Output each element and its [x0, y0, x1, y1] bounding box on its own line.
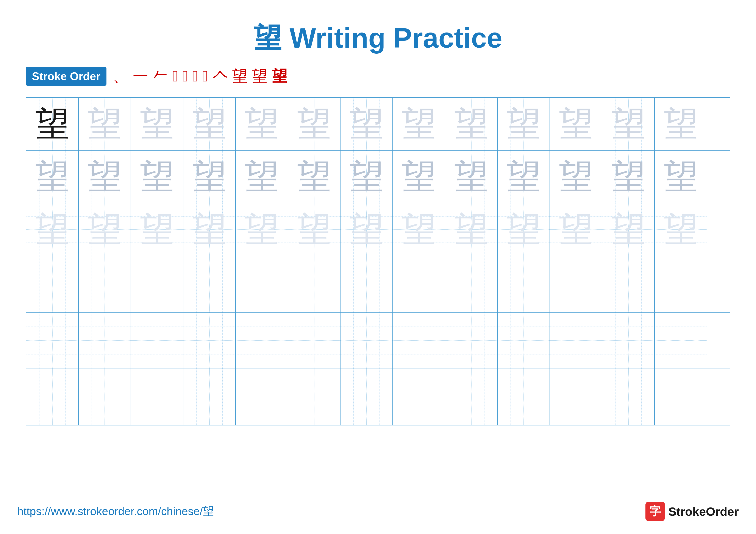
cell-4-13	[655, 256, 707, 312]
char-guide: 望	[506, 160, 541, 194]
cell-4-4	[183, 256, 236, 312]
cell-6-10	[498, 369, 550, 425]
char-guide: 望	[245, 107, 279, 141]
cell-1-3: 望	[131, 98, 183, 150]
logo-text: StrokeOrder	[668, 504, 739, 519]
cell-2-6: 望	[288, 151, 340, 203]
cell-5-5	[236, 313, 288, 369]
stroke-8: 𠆢	[212, 67, 228, 85]
cell-6-13	[655, 369, 707, 425]
cell-1-4: 望	[183, 98, 236, 150]
cell-5-7	[340, 313, 393, 369]
cell-5-1	[26, 313, 79, 369]
grid-row-3: 望 望 望 望 望	[26, 203, 730, 256]
grid-row-1: 望 望 望 望 望	[26, 98, 730, 151]
cell-2-9: 望	[445, 151, 498, 203]
logo-icon: 字	[645, 502, 665, 521]
cell-4-9	[445, 256, 498, 312]
cell-4-2	[79, 256, 131, 312]
cell-1-2: 望	[79, 98, 131, 150]
cell-3-12: 望	[602, 203, 655, 256]
char-guide: 望	[192, 213, 227, 247]
cell-4-3	[131, 256, 183, 312]
cell-3-3: 望	[131, 203, 183, 256]
stroke-sequence: 、 一 𠂉 𠃌 𠅙 𠄙 𠅗 𠆢 望 望 望	[113, 66, 287, 87]
cell-1-8: 望	[393, 98, 445, 150]
title-char: 望	[254, 22, 282, 54]
char-guide: 望	[245, 213, 279, 247]
char-guide: 望	[140, 213, 174, 247]
stroke-order-badge: Stroke Order	[26, 67, 106, 86]
cell-3-2: 望	[79, 203, 131, 256]
char-guide: 望	[349, 107, 384, 141]
char-guide: 望	[140, 107, 174, 141]
cell-6-12	[602, 369, 655, 425]
cell-4-6	[288, 256, 340, 312]
cell-6-11	[550, 369, 602, 425]
stroke-4: 𠃌	[173, 67, 178, 85]
cell-4-10	[498, 256, 550, 312]
char-dark: 望	[35, 107, 69, 141]
cell-5-4	[183, 313, 236, 369]
cell-6-7	[340, 369, 393, 425]
cell-4-8	[393, 256, 445, 312]
cell-3-5: 望	[236, 203, 288, 256]
cell-1-9: 望	[445, 98, 498, 150]
cell-2-13: 望	[655, 151, 707, 203]
stroke-7: 𠅗	[202, 67, 208, 85]
cell-2-8: 望	[393, 151, 445, 203]
cell-3-13: 望	[655, 203, 707, 256]
char-guide: 望	[245, 160, 279, 194]
page-title: 望 Writing Practice	[254, 22, 502, 54]
char-guide: 望	[349, 160, 384, 194]
char-guide: 望	[664, 213, 698, 247]
char-guide: 望	[192, 107, 227, 141]
footer-logo: 字 StrokeOrder	[645, 502, 739, 521]
cell-5-11	[550, 313, 602, 369]
char-guide: 望	[611, 160, 646, 194]
cell-3-6: 望	[288, 203, 340, 256]
char-guide: 望	[559, 213, 593, 247]
cell-6-4	[183, 369, 236, 425]
stroke-2: 一	[133, 66, 148, 87]
cell-1-12: 望	[602, 98, 655, 150]
cell-2-11: 望	[550, 151, 602, 203]
cell-2-1: 望	[26, 151, 79, 203]
practice-grid: 望 望 望 望 望	[26, 97, 730, 425]
cell-6-6	[288, 369, 340, 425]
footer-url: https://www.strokeorder.com/chinese/望	[17, 504, 214, 519]
cell-5-8	[393, 313, 445, 369]
page-container: 望 Writing Practice Stroke Order 、 一 𠂉 𠃌 …	[0, 0, 756, 534]
cell-4-12	[602, 256, 655, 312]
char-guide: 望	[506, 213, 541, 247]
char-guide: 望	[559, 107, 593, 141]
char-guide: 望	[664, 107, 698, 141]
cell-1-13: 望	[655, 98, 707, 150]
char-guide: 望	[35, 213, 69, 247]
cell-5-10	[498, 313, 550, 369]
cell-5-9	[445, 313, 498, 369]
cell-2-5: 望	[236, 151, 288, 203]
cell-5-3	[131, 313, 183, 369]
cell-3-10: 望	[498, 203, 550, 256]
title-rest: Writing Practice	[282, 22, 502, 54]
char-guide: 望	[611, 213, 646, 247]
cell-4-11	[550, 256, 602, 312]
cell-1-10: 望	[498, 98, 550, 150]
grid-row-6	[26, 369, 730, 425]
cell-3-7: 望	[340, 203, 393, 256]
cell-2-7: 望	[340, 151, 393, 203]
char-guide: 望	[35, 160, 69, 194]
cell-2-2: 望	[79, 151, 131, 203]
char-guide: 望	[349, 213, 384, 247]
grid-row-2: 望 望 望 望 望	[26, 151, 730, 203]
char-guide: 望	[140, 160, 174, 194]
stroke-order-row: Stroke Order 、 一 𠂉 𠃌 𠅙 𠄙 𠅗 𠆢 望 望 望	[17, 66, 739, 87]
char-guide: 望	[402, 107, 436, 141]
cell-2-3: 望	[131, 151, 183, 203]
cell-5-12	[602, 313, 655, 369]
footer: https://www.strokeorder.com/chinese/望 字 …	[17, 502, 739, 521]
cell-6-1	[26, 369, 79, 425]
char-guide: 望	[454, 107, 489, 141]
cell-4-7	[340, 256, 393, 312]
